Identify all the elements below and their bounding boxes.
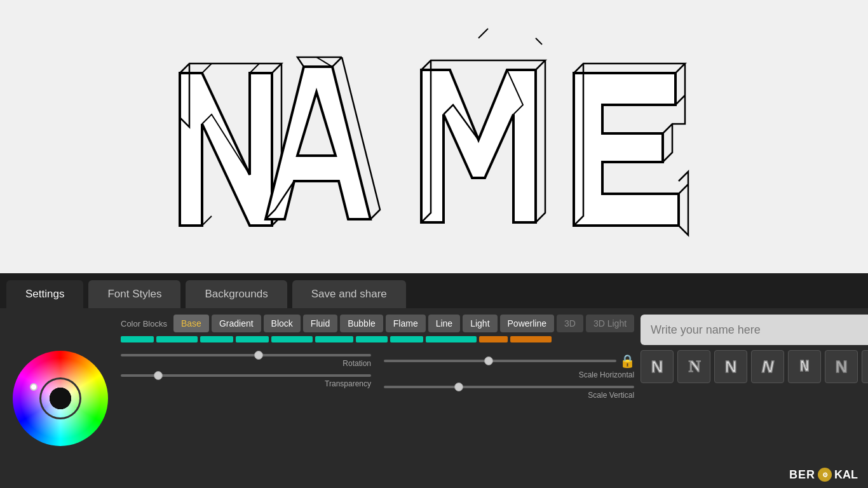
- svg-line-1: [250, 64, 259, 73]
- scale-v-label: Scale Vertical: [384, 391, 634, 400]
- swatch-light[interactable]: [390, 336, 423, 342]
- berokal-logo: BER ⚙ KAL: [789, 468, 858, 482]
- style-btn-base[interactable]: Base: [173, 315, 209, 332]
- color-wheel-inner: [13, 351, 108, 446]
- transparency-slider-track[interactable]: [121, 374, 371, 377]
- style-btn-gradient[interactable]: Gradient: [212, 315, 261, 332]
- tabs-row: Settings Font Styles Backgrounds Save an…: [0, 273, 868, 308]
- berokal-circle-icon: ⚙: [818, 468, 832, 482]
- swatch-line[interactable]: [356, 336, 388, 342]
- swatch-gradient[interactable]: [156, 336, 198, 342]
- scale-h-slider-row: 🔒 Scale Horizontal: [384, 354, 634, 379]
- color-wheel[interactable]: [13, 351, 108, 446]
- color-wheel-container[interactable]: [6, 315, 114, 482]
- name-input[interactable]: [641, 315, 868, 345]
- style-btn-3d[interactable]: 3D: [557, 315, 583, 332]
- swatch-powerline[interactable]: [426, 336, 477, 342]
- rotation-label: Rotation: [121, 359, 371, 368]
- style-btn-fluid[interactable]: Fluid: [303, 315, 337, 332]
- right-panel: N N N N N N N N: [641, 315, 868, 482]
- color-blocks-label: Color Blocks: [121, 319, 167, 329]
- swatch-3dlight[interactable]: [510, 336, 552, 342]
- swatch-base[interactable]: [121, 336, 154, 342]
- font-tile-5[interactable]: N: [825, 350, 858, 383]
- scale-h-label: Scale Horizontal: [384, 370, 634, 379]
- svg-line-2: [202, 216, 212, 226]
- panel-content: Color Blocks Base Gradient Block Fluid B…: [0, 308, 868, 488]
- transparency-slider-thumb[interactable]: [154, 371, 163, 380]
- style-btn-bubble[interactable]: Bubble: [340, 315, 383, 332]
- left-slider-group: Rotation Transparency: [121, 354, 371, 400]
- name-input-container: [641, 315, 868, 345]
- berokal-brand-text2: KAL: [834, 468, 858, 482]
- style-btn-powerline[interactable]: Powerline: [500, 315, 554, 332]
- swatch-block[interactable]: [200, 336, 233, 342]
- svg-text:⚙: ⚙: [822, 471, 828, 478]
- lock-icon[interactable]: 🔒: [620, 354, 634, 368]
- font-tile-1[interactable]: N: [677, 350, 710, 383]
- font-tiles: N N N N N N N N: [641, 350, 868, 383]
- swatch-flame[interactable]: [315, 336, 353, 342]
- scale-v-slider-thumb[interactable]: [454, 383, 463, 391]
- graffiti-preview: [148, 16, 720, 257]
- swatch-fluid[interactable]: [236, 336, 269, 342]
- canvas-area: [0, 0, 868, 273]
- sliders-area: Rotation Transparency: [121, 354, 634, 400]
- berokal-brand-text: BER: [789, 468, 815, 482]
- style-btn-3dlight[interactable]: 3D Light: [586, 315, 634, 332]
- transparency-label: Transparency: [121, 379, 371, 388]
- settings-right: Color Blocks Base Gradient Block Fluid B…: [121, 315, 634, 482]
- font-tile-0[interactable]: N: [641, 350, 674, 383]
- scale-h-slider-track[interactable]: [384, 360, 616, 362]
- color-wheel-selector-dot: [30, 383, 37, 391]
- style-btn-block[interactable]: Block: [264, 315, 301, 332]
- tab-settings[interactable]: Settings: [6, 280, 83, 308]
- font-tile-6[interactable]: N: [862, 350, 868, 383]
- scale-h-slider-thumb[interactable]: [484, 356, 493, 365]
- font-tile-3[interactable]: N: [751, 350, 784, 383]
- tab-backgrounds[interactable]: Backgrounds: [186, 280, 287, 308]
- rotation-slider-thumb[interactable]: [254, 351, 263, 360]
- right-slider-group: 🔒 Scale Horizontal Scale Vertical: [384, 354, 634, 400]
- bottom-panel: Settings Font Styles Backgrounds Save an…: [0, 273, 868, 488]
- style-btn-light[interactable]: Light: [463, 315, 497, 332]
- rotation-slider-track[interactable]: [121, 354, 371, 356]
- rotation-slider-row: Rotation: [121, 354, 371, 368]
- tab-save-share[interactable]: Save and share: [292, 280, 406, 308]
- swatches-row: [121, 336, 634, 342]
- swatch-3d[interactable]: [479, 336, 508, 342]
- style-btn-line[interactable]: Line: [428, 315, 460, 332]
- color-blocks-row: Color Blocks Base Gradient Block Fluid B…: [121, 315, 634, 332]
- scale-v-slider-row: Scale Vertical: [384, 386, 634, 400]
- transparency-slider-row: Transparency: [121, 374, 371, 388]
- tab-font-styles[interactable]: Font Styles: [88, 280, 180, 308]
- swatch-bubble[interactable]: [271, 336, 313, 342]
- font-tile-4[interactable]: N: [788, 350, 821, 383]
- svg-line-0: [202, 64, 212, 73]
- style-btn-flame[interactable]: Flame: [386, 315, 426, 332]
- font-tile-2[interactable]: N: [714, 350, 747, 383]
- scale-v-slider-track[interactable]: [384, 386, 634, 388]
